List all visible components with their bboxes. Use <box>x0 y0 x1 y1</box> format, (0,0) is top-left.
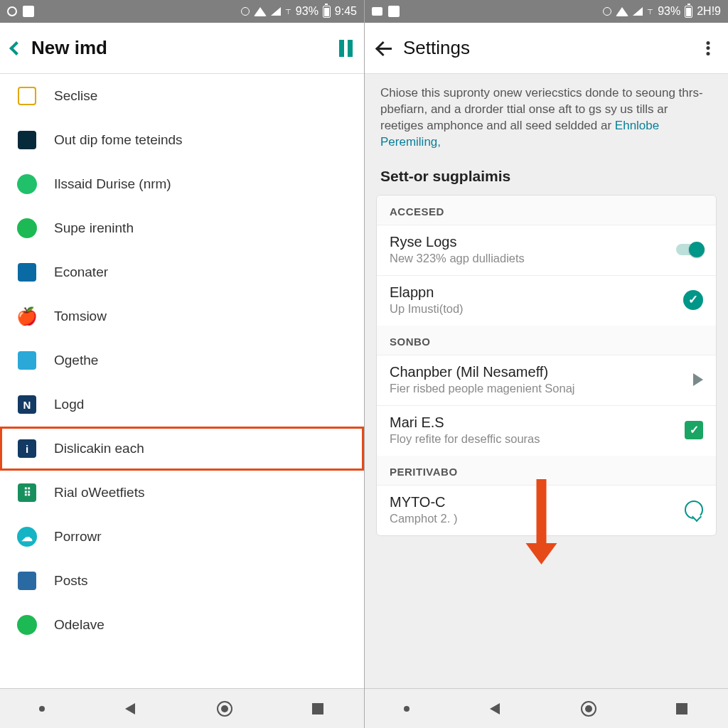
settings-row[interactable]: ElappnUp Imusti(tod)✓ <box>377 275 716 326</box>
settings-row-subtitle: Camphot 2. ) <box>390 512 678 525</box>
phone-left: ⊤ 93% 9:45 New imd SecliseOut dip fome t… <box>0 0 364 728</box>
settings-row-subtitle: New 323% agp dulliadiets <box>390 252 669 265</box>
list-item[interactable]: iDislicakin each <box>0 427 364 471</box>
nav-home-icon[interactable] <box>216 700 233 717</box>
list-item[interactable]: Supe ireninth <box>0 206 364 250</box>
chevron-right-icon[interactable] <box>693 373 703 386</box>
cloud-icon: ☁ <box>17 527 37 547</box>
intro-text: Chiose this supronty onew veriecstics do… <box>365 74 728 164</box>
settings-row[interactable]: MYTO-CCamphot 2. ) <box>377 485 716 535</box>
list-item-label: Dislicakin each <box>54 441 350 456</box>
status-divider-icon: ⊤ <box>285 8 291 16</box>
card-section-header: PERITIVABO <box>377 456 716 485</box>
status-time: 9:45 <box>335 5 357 18</box>
chat-dark-icon <box>18 131 36 149</box>
status-small-ring-icon <box>241 7 250 16</box>
list-item[interactable]: Posts <box>0 559 364 603</box>
nav-back-icon[interactable] <box>487 701 503 717</box>
spotify-icon <box>17 218 37 238</box>
nav-bar <box>0 688 364 728</box>
app-list: SecliseOut dip fome teteindsIlssaid Duri… <box>0 74 364 688</box>
settings-row-title: Elappn <box>390 284 676 301</box>
flag-icon <box>18 572 36 590</box>
toggle-switch[interactable] <box>676 244 703 255</box>
nav-dot-icon <box>404 706 410 712</box>
status-badge-icon <box>23 6 34 17</box>
settings-row[interactable]: Mari E.SFloy refite for deseffic souras✓ <box>377 405 716 456</box>
list-item-label: Out dip fome teteinds <box>54 132 350 148</box>
list-item-label: Rial oWeetfiets <box>54 485 350 500</box>
status-bar: ⊤ 93% 9:45 <box>0 0 364 23</box>
nav-home-icon[interactable] <box>580 700 597 717</box>
status-small-ring-icon <box>603 7 611 16</box>
battery-icon <box>685 6 692 18</box>
list-item-label: Seclise <box>54 88 350 104</box>
chat-icon[interactable] <box>685 500 703 519</box>
list-item[interactable]: Ilssaid Durise (nrm) <box>0 162 364 206</box>
checkbox-icon[interactable]: ✓ <box>685 421 703 439</box>
list-item[interactable]: Seclise <box>0 74 364 118</box>
list-item-label: Porrowr <box>54 529 350 545</box>
battery-icon <box>323 6 331 18</box>
list-item-label: Ilssaid Durise (nrm) <box>54 176 350 192</box>
list-item-label: Logd <box>54 397 350 412</box>
badge-n-icon: N <box>18 395 36 414</box>
back-icon[interactable] <box>376 40 393 57</box>
list-item-label: Ogethe <box>54 353 350 368</box>
signal-icon <box>271 7 281 16</box>
list-item[interactable]: Odelave <box>0 603 364 647</box>
list-item[interactable]: ☁Porrowr <box>0 515 364 559</box>
settings-row[interactable]: Ryse LogsNew 323% agp dulliadiets <box>377 225 716 275</box>
nav-recent-icon[interactable] <box>311 702 325 716</box>
list-item-label: Supe ireninth <box>54 220 350 236</box>
check-circle-icon[interactable]: ✓ <box>683 290 703 310</box>
page-title: New imd <box>31 37 107 59</box>
settings-row-subtitle: Up Imusti(tod) <box>390 302 676 316</box>
settings-row-title: Mari E.S <box>390 414 678 431</box>
nav-recent-icon[interactable] <box>675 702 689 716</box>
card-section-header: SONBO <box>377 326 716 355</box>
back-icon[interactable] <box>9 41 23 55</box>
doc-icon <box>18 87 36 105</box>
battery-pct: 93% <box>296 5 318 18</box>
status-ring-icon <box>7 6 17 16</box>
list-item-label: Odelave <box>54 617 350 633</box>
list-item[interactable]: Out dip fome teteinds <box>0 118 364 162</box>
list-item[interactable]: Econater <box>0 250 364 294</box>
nav-bar <box>365 688 728 728</box>
overflow-menu-button[interactable] <box>700 40 717 57</box>
pause-button[interactable] <box>339 40 353 57</box>
settings-row[interactable]: Chanpber (Mil Nesameff)Fier risbed peopl… <box>377 355 716 405</box>
list-item-label: Tomsiow <box>54 309 350 324</box>
status-badge-icon <box>388 6 400 17</box>
section-title: Sett-or sugplaimis <box>365 164 728 195</box>
app-header: New imd <box>0 23 364 74</box>
spotify-icon <box>17 615 37 635</box>
card-section-header: ACCESED <box>377 196 716 225</box>
list-item-label: Posts <box>54 573 350 589</box>
settings-row-subtitle: Floy refite for deseffic souras <box>390 432 678 446</box>
page-title: Settings <box>403 37 470 59</box>
app-header: Settings <box>365 23 728 74</box>
phone-right: ⊤ 93% 2H!9 Settings Chiose this supronty… <box>364 0 728 728</box>
grid-icon: ⠿ <box>18 483 36 502</box>
signal-icon <box>633 7 643 16</box>
list-item[interactable]: Ogethe <box>0 338 364 382</box>
picture-icon <box>18 263 36 282</box>
svg-rect-5 <box>676 703 687 714</box>
calendar-icon <box>18 351 36 370</box>
wifi-icon <box>616 7 628 16</box>
svg-point-4 <box>585 705 592 712</box>
settings-row-title: MYTO-C <box>390 494 678 510</box>
list-item[interactable]: NLogd <box>0 382 364 427</box>
status-divider-icon: ⊤ <box>647 8 653 16</box>
battery-pct: 93% <box>658 5 680 18</box>
list-item[interactable]: 🍎Tomsiow <box>0 294 364 338</box>
settings-card: ACCESEDRyse LogsNew 323% agp dulliadiets… <box>376 195 717 536</box>
nav-back-icon[interactable] <box>122 701 138 717</box>
svg-point-1 <box>221 705 228 712</box>
info-icon: i <box>18 439 36 458</box>
wifi-icon <box>254 7 267 16</box>
download-icon <box>17 174 37 194</box>
list-item[interactable]: ⠿Rial oWeetfiets <box>0 471 364 515</box>
